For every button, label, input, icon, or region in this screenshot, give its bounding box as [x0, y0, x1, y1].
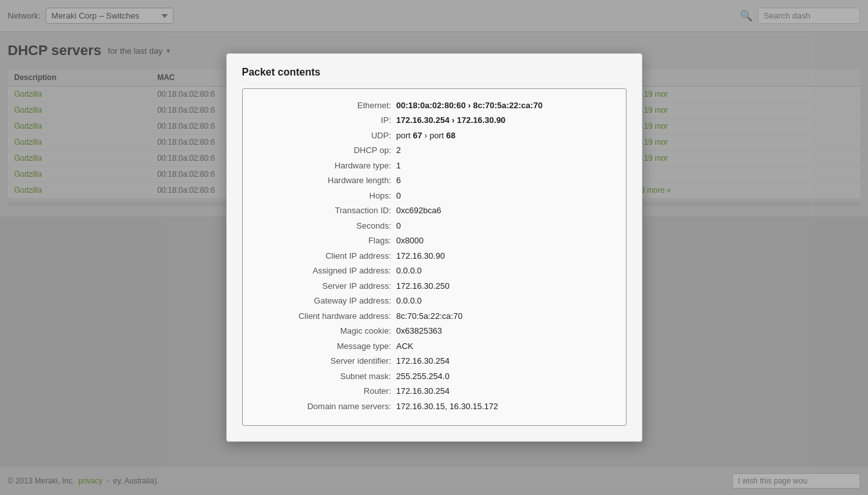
packet-row: Assigned IP address: 0.0.0.0: [256, 264, 613, 277]
packet-label: Subnet mask:: [256, 370, 397, 383]
packet-value: 0.0.0.0: [397, 295, 422, 307]
packet-contents-modal: Packet contents Ethernet: 00:18:0a:02:80…: [226, 53, 643, 442]
packet-value: port 67 › port 68: [397, 129, 456, 142]
packet-value: 255.255.254.0: [397, 370, 450, 383]
packet-row: Flags: 0x8000: [256, 234, 613, 247]
packet-value: 0.0.0.0: [397, 264, 422, 277]
packet-value: 0: [397, 220, 401, 232]
packet-row: Client hardware address: 8c:70:5a:22:ca:…: [256, 310, 613, 323]
packet-value: ACK: [397, 340, 414, 353]
packet-value: 2: [397, 144, 401, 157]
packet-label: Router:: [256, 385, 397, 398]
packet-row: DHCP op: 2: [256, 144, 613, 157]
packet-label: Flags:: [256, 234, 397, 247]
packet-label: UDP:: [256, 129, 397, 142]
packet-row: IP: 172.16.30.254 › 172.16.30.90: [256, 114, 613, 127]
packet-value: 172.16.30.254 › 172.16.30.90: [397, 114, 506, 127]
packet-value: 0x63825363: [397, 325, 443, 337]
packet-label: Hardware length:: [256, 174, 397, 187]
packet-row: Hardware type: 1: [256, 159, 613, 172]
modal-overlay: Packet contents Ethernet: 00:18:0a:02:80…: [0, 0, 868, 495]
packet-row: Hardware length: 6: [256, 174, 613, 187]
packet-value: 172.16.30.254: [397, 385, 450, 398]
packet-label: IP:: [256, 114, 397, 127]
packet-row: Gateway IP address: 0.0.0.0: [256, 295, 613, 307]
packet-label: Hops:: [256, 190, 397, 202]
packet-label: Ethernet:: [256, 99, 397, 112]
packet-row: Server identifier: 172.16.30.254: [256, 355, 613, 368]
packet-label: Gateway IP address:: [256, 295, 397, 307]
packet-row: Domain name servers: 172.16.30.15, 16.30…: [256, 400, 613, 413]
packet-row: Client IP address: 172.16.30.90: [256, 250, 613, 263]
packet-row: Hops: 0: [256, 190, 613, 202]
packet-row: Router: 172.16.30.254: [256, 385, 613, 398]
packet-row: Seconds: 0: [256, 220, 613, 232]
packet-value: 172.16.30.90: [397, 250, 445, 263]
packet-label: Hardware type:: [256, 159, 397, 172]
packet-value: 172.16.30.15, 16.30.15.172: [397, 400, 498, 413]
packet-row: UDP: port 67 › port 68: [256, 129, 613, 142]
packet-label: Client IP address:: [256, 250, 397, 263]
packet-row: Transaction ID: 0xc692bca6: [256, 204, 613, 217]
packet-label: Server IP address:: [256, 280, 397, 293]
packet-value: 00:18:0a:02:80:60 › 8c:70:5a:22:ca:70: [397, 99, 543, 112]
packet-label: DHCP op:: [256, 144, 397, 157]
packet-row: Subnet mask: 255.255.254.0: [256, 370, 613, 383]
packet-row: Magic cookie: 0x63825363: [256, 325, 613, 337]
packet-value: 0: [397, 190, 401, 202]
packet-row: Message type: ACK: [256, 340, 613, 353]
packet-value: 0xc692bca6: [397, 204, 441, 217]
packet-label: Transaction ID:: [256, 204, 397, 217]
packet-label: Assigned IP address:: [256, 264, 397, 277]
packet-value: 6: [397, 174, 401, 187]
packet-label: Message type:: [256, 340, 397, 353]
packet-row: Ethernet: 00:18:0a:02:80:60 › 8c:70:5a:2…: [256, 99, 613, 112]
packet-value: 0x8000: [397, 234, 424, 247]
packet-row: Server IP address: 172.16.30.250: [256, 280, 613, 293]
packet-label: Server identifier:: [256, 355, 397, 368]
modal-title: Packet contents: [242, 67, 626, 78]
packet-value: 1: [397, 159, 401, 172]
packet-contents-box: Ethernet: 00:18:0a:02:80:60 › 8c:70:5a:2…: [242, 88, 626, 426]
packet-label: Client hardware address:: [256, 310, 397, 323]
packet-label: Magic cookie:: [256, 325, 397, 337]
packet-value: 172.16.30.254: [397, 355, 450, 368]
packet-label: Domain name servers:: [256, 400, 397, 413]
packet-label: Seconds:: [256, 220, 397, 232]
packet-value: 8c:70:5a:22:ca:70: [397, 310, 463, 323]
packet-value: 172.16.30.250: [397, 280, 450, 293]
